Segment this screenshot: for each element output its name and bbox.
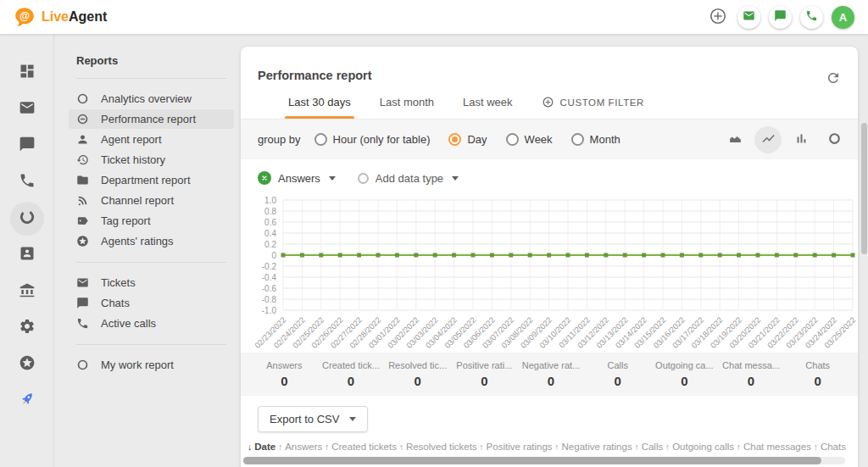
radio-week[interactable]: Week [506,133,553,146]
chats-button[interactable] [769,6,792,29]
column-header-answers[interactable]: ↑Answers [278,442,322,452]
column-header-created-tickets[interactable]: ↑Created tickets [325,442,397,452]
rail-item-academy[interactable] [10,275,44,309]
sort-up-icon: ↑ [479,442,483,452]
column-header-chats[interactable]: ↑Chats [814,442,846,452]
chevron-down-icon[interactable] [329,176,336,181]
column-header-positive-ratings[interactable]: ↑Positive ratings [479,442,552,452]
dashboard-icon [19,63,36,83]
tab-custom-filter[interactable]: CUSTOM FILTER [542,96,644,119]
user-avatar[interactable]: A [832,6,854,29]
chat-icon [19,136,36,156]
line-chart-icon [761,131,776,148]
remove-series-icon[interactable] [258,171,271,185]
stat-chat-messa-: Chat messa...0 [718,360,785,388]
refresh-button[interactable] [826,70,841,88]
column-label: Negative ratings [562,442,632,452]
sidebar-item-label: My work report [101,359,174,371]
rail-item-getting-started[interactable] [10,384,44,418]
column-header-calls[interactable]: ↑Calls [634,442,663,452]
sidebar-section: TicketsChatsActive calls [76,273,226,333]
radio-label: Hour (only for table) [333,133,431,146]
sidebar-item-performance-report[interactable]: Performance report [69,109,234,129]
vertical-scrollbar-thumb[interactable] [861,123,867,254]
chevron-down-icon [349,417,356,421]
sidebar-item-agents-ratings[interactable]: Agents' ratings [69,231,234,251]
stat-outgoing-ca-: Outgoing ca...0 [651,360,718,388]
sidebar-item-label: Agent report [101,133,162,146]
horizontal-scrollbar-thumb[interactable] [243,457,821,464]
sidebar-item-active-calls[interactable]: Active calls [69,314,234,333]
radio-day[interactable]: Day [448,133,487,146]
rail-item-addons[interactable] [10,347,44,381]
chart-type-buttons [721,126,848,153]
rail-item-chats[interactable] [10,129,44,163]
rail-item-settings[interactable] [10,311,44,345]
group-by-toolbar: group by Hour (only for table)DayWeekMon… [241,119,858,159]
line-chart-button[interactable] [754,126,782,153]
radio-label: Month [590,133,620,146]
sidebar-item-tag-report[interactable]: Tag report [69,211,234,231]
tab-last-week[interactable]: Last week [463,96,513,119]
add-data-type-circle-icon[interactable] [358,173,369,184]
sidebar-item-chats[interactable]: Chats [69,293,234,313]
tab-last-30-days[interactable]: Last 30 days [288,96,351,119]
rail-item-tickets[interactable] [10,92,44,126]
circle-plus-icon [542,96,554,108]
donut-icon [19,208,36,229]
column-header-chat-messages[interactable]: ↑Chat messages [737,442,811,452]
column-header-resolved-tickets[interactable]: ↑Resolved tickets [399,442,477,452]
sidebar-item-tickets[interactable]: Tickets [69,273,234,292]
history-icon [76,153,89,166]
brand-name: LiveAgent [42,9,107,25]
sidebar-item-department-report[interactable]: Department report [69,170,234,190]
radio-hour-only-for-table-[interactable]: Hour (only for table) [314,133,431,146]
bar-chart-button[interactable] [787,126,815,153]
sidebar-item-analytics-overview[interactable]: Analytics overview [69,89,234,108]
add-data-type-dropdown[interactable]: Add data type [376,172,443,185]
series-dropdown[interactable]: Answers [278,172,320,185]
liveagent-logo[interactable]: @ LiveAgent [14,6,107,28]
column-header-outgoing-calls[interactable]: ↑Outgoing calls [665,442,734,452]
column-header-negative-ratings[interactable]: ↑Negative ratings [554,442,632,452]
rail-item-dashboard[interactable] [10,56,44,90]
donut-chart-button[interactable] [821,126,848,153]
mail-icon [743,9,755,25]
tickets-button[interactable] [737,6,760,29]
sidebar-item-ticket-history[interactable]: Ticket history [69,150,234,170]
stat-value: 0 [318,374,385,388]
rail-item-reports[interactable] [10,202,44,236]
chevron-down-icon[interactable] [452,176,459,181]
rail-item-contacts[interactable] [10,238,44,272]
stat-value: 0 [651,374,718,388]
stat-negative-rat-: Negative rat...0 [518,360,585,388]
sidebar-item-channel-report[interactable]: Channel report [69,191,234,210]
phone-icon [76,317,89,330]
rail-item-calls[interactable] [10,165,44,199]
horizontal-scrollbar[interactable] [243,457,845,464]
sort-up-icon: ↑ [634,442,638,452]
star-circle-icon [76,235,89,247]
radio-circle-icon[interactable] [448,133,461,146]
card-header: Performance report Last 30 daysLast mont… [241,47,858,119]
radio-circle-icon[interactable] [506,133,519,146]
column-label: Chats [821,442,846,452]
radio-label: Week [525,133,553,146]
tab-last-month[interactable]: Last month [380,96,434,119]
svg-text:-0.6: -0.6 [262,284,277,293]
column-header-date[interactable]: ↓Date [248,442,275,452]
tab-label: Last month [380,96,434,108]
export-to-csv-button[interactable]: Export to CSV [258,406,368,432]
area-chart-button[interactable] [721,126,748,153]
divider [76,262,226,263]
radio-circle-icon[interactable] [314,133,327,146]
radio-circle-icon[interactable] [571,133,584,146]
radio-month[interactable]: Month [571,133,620,146]
sidebar-item-agent-report[interactable]: Agent report [69,130,234,149]
mail-icon [76,276,89,289]
add-button[interactable] [706,6,729,29]
sidebar-item-my-work-report[interactable]: My work report [69,355,234,375]
calls-button[interactable] [800,6,823,29]
speech-bubble-logo-icon: @ [14,6,36,28]
stat-label: Positive rati... [451,360,518,370]
